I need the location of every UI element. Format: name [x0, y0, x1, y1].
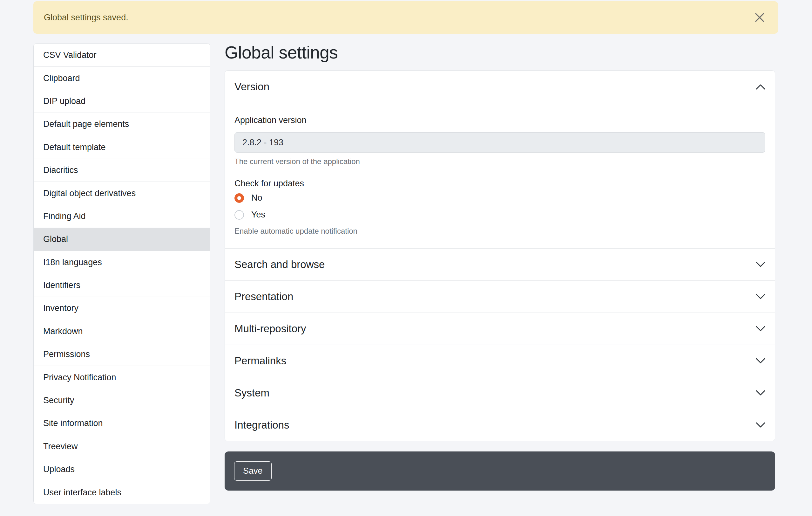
- sidebar-item-default-page-elements[interactable]: Default page elements: [34, 112, 210, 135]
- accordion-header-integrations[interactable]: Integrations: [225, 409, 775, 441]
- sidebar-item-markdown[interactable]: Markdown: [34, 320, 210, 343]
- sidebar-item-global[interactable]: Global: [34, 228, 210, 250]
- sidebar-item-treeview[interactable]: Treeview: [34, 435, 210, 458]
- accordion-header-integrations-label: Integrations: [234, 419, 289, 431]
- sidebar-item-privacy-notification[interactable]: Privacy Notification: [34, 365, 210, 388]
- accordion-header-version-label: Version: [234, 81, 269, 93]
- chevron-down-icon: [756, 262, 765, 267]
- accordion-header-permalinks[interactable]: Permalinks: [225, 345, 775, 377]
- sidebar-item-permissions[interactable]: Permissions: [34, 343, 210, 365]
- radio-no-label[interactable]: No: [251, 193, 262, 203]
- alert-close-button[interactable]: [753, 11, 766, 24]
- sidebar-item-user-interface-labels[interactable]: User interface labels: [34, 481, 210, 504]
- sidebar-item-default-template[interactable]: Default template: [34, 136, 210, 159]
- sidebar-item-site-information[interactable]: Site information: [34, 412, 210, 435]
- sidebar-item-finding-aid[interactable]: Finding Aid: [34, 205, 210, 228]
- save-button[interactable]: Save: [234, 461, 271, 481]
- accordion-header-presentation-label: Presentation: [234, 291, 293, 303]
- chevron-up-icon: [756, 84, 765, 90]
- chevron-down-icon: [756, 358, 765, 364]
- radio-yes[interactable]: [234, 210, 244, 220]
- sidebar-item-inventory[interactable]: Inventory: [34, 297, 210, 320]
- application-version-label: Application version: [234, 115, 765, 125]
- accordion-header-permalinks-label: Permalinks: [234, 355, 286, 367]
- sidebar-item-identifiers[interactable]: Identifiers: [34, 274, 210, 297]
- accordion-header-search-and-browse-label: Search and browse: [234, 259, 325, 271]
- sidebar-item-dip-upload[interactable]: DIP upload: [34, 90, 210, 112]
- radio-yes-label[interactable]: Yes: [251, 210, 265, 220]
- sidebar-item-uploads[interactable]: Uploads: [34, 458, 210, 481]
- accordion-header-search-and-browse[interactable]: Search and browse: [225, 248, 775, 280]
- close-icon[interactable]: [754, 12, 765, 23]
- saved-alert-banner: Global settings saved.: [33, 1, 778, 34]
- check-for-updates-label: Check for updates: [234, 179, 765, 189]
- chevron-down-icon: [756, 390, 765, 396]
- sidebar-item-security[interactable]: Security: [34, 389, 210, 412]
- actions-bar: Save: [225, 452, 775, 491]
- alert-message: Global settings saved.: [44, 13, 128, 23]
- sidebar-item-diacritics[interactable]: Diacritics: [34, 159, 210, 182]
- radio-no[interactable]: [234, 193, 244, 203]
- global-settings-main: Global settings Version Application vers…: [225, 42, 775, 491]
- sidebar-item-clipboard[interactable]: Clipboard: [34, 66, 210, 89]
- check-updates-option-no: No: [234, 190, 765, 206]
- application-version-help: The current version of the application: [234, 157, 765, 166]
- accordion-header-multi-repository[interactable]: Multi-repository: [225, 313, 775, 345]
- accordion-header-presentation[interactable]: Presentation: [225, 280, 775, 313]
- version-section-body: Application version 2.8.2 - 193 The curr…: [225, 103, 775, 248]
- sidebar-item-csv-validator[interactable]: CSV Validator: [34, 44, 210, 66]
- chevron-down-icon: [756, 294, 765, 299]
- check-for-updates-help: Enable automatic update notification: [234, 227, 765, 236]
- settings-sidebar: CSV Validator Clipboard DIP upload Defau…: [33, 43, 210, 504]
- chevron-down-icon: [756, 326, 765, 332]
- application-version-input: 2.8.2 - 193: [234, 132, 765, 153]
- sidebar-item-i18n-languages[interactable]: I18n languages: [34, 251, 210, 274]
- page-title: Global settings: [225, 42, 775, 63]
- check-updates-option-yes: Yes: [234, 207, 765, 222]
- chevron-down-icon: [756, 422, 765, 428]
- accordion-header-version[interactable]: Version: [225, 71, 775, 103]
- accordion-header-multi-repository-label: Multi-repository: [234, 323, 306, 335]
- accordion-header-system-label: System: [234, 387, 269, 399]
- accordion-header-system[interactable]: System: [225, 377, 775, 409]
- sidebar-item-digital-object-derivatives[interactable]: Digital object derivatives: [34, 182, 210, 205]
- settings-accordion: Version Application version 2.8.2 - 193 …: [225, 70, 775, 441]
